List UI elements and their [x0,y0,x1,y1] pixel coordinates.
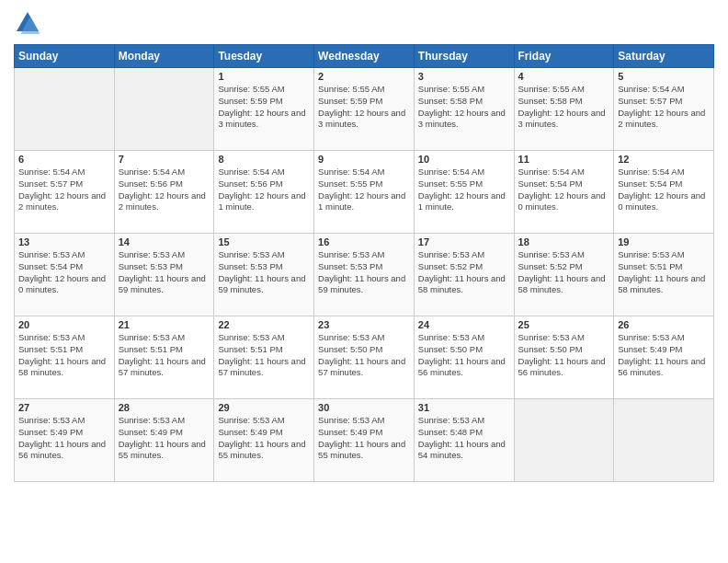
calendar-cell: 4Sunrise: 5:55 AMSunset: 5:58 PMDaylight… [514,68,614,151]
day-number: 17 [418,236,510,247]
day-content: Sunrise: 5:55 AMSunset: 5:59 PMDaylight:… [218,84,310,131]
calendar-cell: 8Sunrise: 5:54 AMSunset: 5:56 PMDaylight… [214,151,314,234]
calendar-cell [114,68,214,151]
day-number: 30 [318,402,410,413]
calendar-cell: 20Sunrise: 5:53 AMSunset: 5:51 PMDayligh… [15,316,115,399]
weekday-header: Wednesday [314,45,415,68]
day-content: Sunrise: 5:53 AMSunset: 5:49 PMDaylight:… [218,415,310,462]
day-content: Sunrise: 5:53 AMSunset: 5:51 PMDaylight:… [18,332,110,379]
day-content: Sunrise: 5:53 AMSunset: 5:53 PMDaylight:… [218,249,310,296]
day-content: Sunrise: 5:54 AMSunset: 5:57 PMDaylight:… [618,84,710,131]
day-content: Sunrise: 5:53 AMSunset: 5:54 PMDaylight:… [18,249,110,296]
day-content: Sunrise: 5:55 AMSunset: 5:58 PMDaylight:… [418,84,510,131]
day-number: 21 [119,319,210,330]
day-number: 5 [618,71,710,82]
day-number: 31 [418,402,510,413]
day-number: 22 [218,319,310,330]
calendar-cell: 24Sunrise: 5:53 AMSunset: 5:50 PMDayligh… [414,316,514,399]
weekday-header: Sunday [15,45,115,68]
day-content: Sunrise: 5:53 AMSunset: 5:51 PMDaylight:… [618,249,710,296]
day-number: 6 [18,154,110,165]
day-number: 28 [119,402,210,413]
day-number: 14 [119,236,210,247]
day-number: 27 [18,402,110,413]
calendar-cell: 23Sunrise: 5:53 AMSunset: 5:50 PMDayligh… [314,316,415,399]
calendar-week-row: 27Sunrise: 5:53 AMSunset: 5:49 PMDayligh… [15,399,714,482]
page-header [14,9,714,37]
calendar-cell: 10Sunrise: 5:54 AMSunset: 5:55 PMDayligh… [414,151,514,234]
calendar-cell: 25Sunrise: 5:53 AMSunset: 5:50 PMDayligh… [514,316,614,399]
day-number: 1 [218,71,310,82]
calendar-cell: 11Sunrise: 5:54 AMSunset: 5:54 PMDayligh… [514,151,614,234]
calendar-cell: 30Sunrise: 5:53 AMSunset: 5:49 PMDayligh… [314,399,415,482]
day-content: Sunrise: 5:53 AMSunset: 5:50 PMDaylight:… [418,332,510,379]
day-content: Sunrise: 5:53 AMSunset: 5:53 PMDaylight:… [119,249,210,296]
calendar-cell: 17Sunrise: 5:53 AMSunset: 5:52 PMDayligh… [414,234,514,316]
logo [14,9,45,37]
day-number: 19 [618,236,710,247]
day-content: Sunrise: 5:54 AMSunset: 5:57 PMDaylight:… [18,167,110,213]
day-content: Sunrise: 5:54 AMSunset: 5:56 PMDaylight:… [119,167,210,213]
day-number: 11 [518,154,610,165]
calendar-cell [15,68,115,151]
day-content: Sunrise: 5:54 AMSunset: 5:54 PMDaylight:… [618,167,710,213]
day-content: Sunrise: 5:54 AMSunset: 5:54 PMDaylight:… [518,167,610,213]
calendar-cell: 29Sunrise: 5:53 AMSunset: 5:49 PMDayligh… [214,399,314,482]
calendar-cell [614,399,714,482]
weekday-header: Saturday [614,45,714,68]
calendar-cell: 18Sunrise: 5:53 AMSunset: 5:52 PMDayligh… [514,234,614,316]
day-number: 2 [318,71,410,82]
day-content: Sunrise: 5:55 AMSunset: 5:58 PMDaylight:… [518,84,610,131]
day-content: Sunrise: 5:54 AMSunset: 5:55 PMDaylight:… [418,167,510,213]
day-number: 3 [418,71,510,82]
day-content: Sunrise: 5:55 AMSunset: 5:59 PMDaylight:… [318,84,410,131]
day-number: 23 [318,319,410,330]
calendar-cell: 15Sunrise: 5:53 AMSunset: 5:53 PMDayligh… [214,234,314,316]
calendar-cell: 12Sunrise: 5:54 AMSunset: 5:54 PMDayligh… [614,151,714,234]
day-content: Sunrise: 5:53 AMSunset: 5:49 PMDaylight:… [618,332,710,379]
day-number: 8 [218,154,310,165]
weekday-header: Tuesday [214,45,314,68]
day-number: 15 [218,236,310,247]
calendar-table: SundayMondayTuesdayWednesdayThursdayFrid… [14,44,714,482]
day-number: 16 [318,236,410,247]
calendar-cell: 14Sunrise: 5:53 AMSunset: 5:53 PMDayligh… [114,234,214,316]
calendar-cell: 16Sunrise: 5:53 AMSunset: 5:53 PMDayligh… [314,234,415,316]
calendar-week-row: 1Sunrise: 5:55 AMSunset: 5:59 PMDaylight… [15,68,714,151]
day-content: Sunrise: 5:53 AMSunset: 5:51 PMDaylight:… [218,332,310,379]
day-number: 20 [18,319,110,330]
day-number: 29 [218,402,310,413]
calendar-cell: 6Sunrise: 5:54 AMSunset: 5:57 PMDaylight… [15,151,115,234]
day-content: Sunrise: 5:53 AMSunset: 5:49 PMDaylight:… [318,415,410,462]
calendar-cell: 26Sunrise: 5:53 AMSunset: 5:49 PMDayligh… [614,316,714,399]
day-content: Sunrise: 5:54 AMSunset: 5:55 PMDaylight:… [318,167,410,213]
day-number: 10 [418,154,510,165]
day-number: 26 [618,319,710,330]
logo-icon [14,9,41,37]
day-number: 24 [418,319,510,330]
calendar-cell: 13Sunrise: 5:53 AMSunset: 5:54 PMDayligh… [15,234,115,316]
calendar-cell: 7Sunrise: 5:54 AMSunset: 5:56 PMDaylight… [114,151,214,234]
day-number: 13 [18,236,110,247]
calendar-cell: 19Sunrise: 5:53 AMSunset: 5:51 PMDayligh… [614,234,714,316]
weekday-row: SundayMondayTuesdayWednesdayThursdayFrid… [15,45,714,68]
day-number: 4 [518,71,610,82]
calendar-cell: 2Sunrise: 5:55 AMSunset: 5:59 PMDaylight… [314,68,415,151]
day-content: Sunrise: 5:53 AMSunset: 5:49 PMDaylight:… [119,415,210,462]
day-content: Sunrise: 5:53 AMSunset: 5:48 PMDaylight:… [418,415,510,462]
calendar-cell [514,399,614,482]
calendar-cell: 27Sunrise: 5:53 AMSunset: 5:49 PMDayligh… [15,399,115,482]
calendar-week-row: 6Sunrise: 5:54 AMSunset: 5:57 PMDaylight… [15,151,714,234]
weekday-header: Monday [114,45,214,68]
day-content: Sunrise: 5:53 AMSunset: 5:50 PMDaylight:… [518,332,610,379]
day-number: 18 [518,236,610,247]
calendar-header: SundayMondayTuesdayWednesdayThursdayFrid… [15,45,714,68]
calendar-cell: 21Sunrise: 5:53 AMSunset: 5:51 PMDayligh… [114,316,214,399]
day-content: Sunrise: 5:53 AMSunset: 5:52 PMDaylight:… [518,249,610,296]
calendar-cell: 3Sunrise: 5:55 AMSunset: 5:58 PMDaylight… [414,68,514,151]
calendar-cell: 5Sunrise: 5:54 AMSunset: 5:57 PMDaylight… [614,68,714,151]
calendar-cell: 28Sunrise: 5:53 AMSunset: 5:49 PMDayligh… [114,399,214,482]
calendar-week-row: 20Sunrise: 5:53 AMSunset: 5:51 PMDayligh… [15,316,714,399]
calendar-week-row: 13Sunrise: 5:53 AMSunset: 5:54 PMDayligh… [15,234,714,316]
day-content: Sunrise: 5:53 AMSunset: 5:53 PMDaylight:… [318,249,410,296]
